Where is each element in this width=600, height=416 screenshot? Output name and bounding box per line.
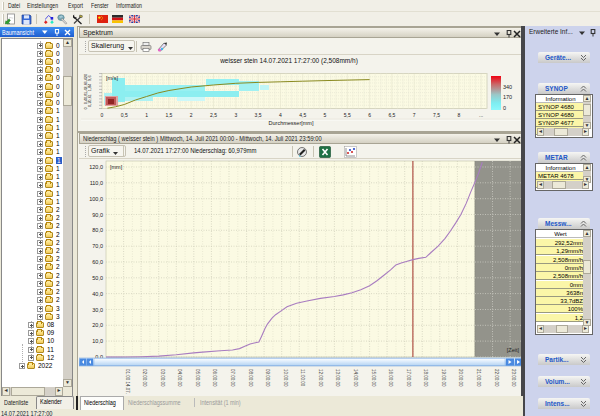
svg-text:1,5: 1,5 xyxy=(165,112,172,118)
svg-text:09:00:00: 09:00:00 xyxy=(265,369,270,387)
svg-text:8: 8 xyxy=(457,112,460,118)
svg-text:60,0: 60,0 xyxy=(92,259,103,265)
svg-text:30,0: 30,0 xyxy=(92,307,103,313)
svg-text:4,5: 4,5 xyxy=(299,112,306,118)
svg-text:11:00:00: 11:00:00 xyxy=(300,369,305,387)
svg-text:80,0: 80,0 xyxy=(92,227,103,233)
svg-text:0: 0 xyxy=(101,112,104,118)
svg-text:10:00:00: 10:00:00 xyxy=(283,369,288,387)
svg-text:16:00:00: 16:00:00 xyxy=(388,369,393,387)
svg-text:23:00:00: 23:00:00 xyxy=(511,369,516,387)
svg-text:10,0: 10,0 xyxy=(92,338,103,344)
svg-text:0: 0 xyxy=(503,105,506,111)
svg-text:100,0: 100,0 xyxy=(89,196,103,202)
svg-text:22:00:00: 22:00:00 xyxy=(494,369,499,387)
svg-text:12:00:00: 12:00:00 xyxy=(318,369,323,387)
svg-text:weisser stein 14.07.2021 17:27: weisser stein 14.07.2021 17:27:00 (2,508… xyxy=(219,57,358,65)
svg-text:70,0: 70,0 xyxy=(92,243,103,249)
svg-text:[mm]: [mm] xyxy=(110,164,123,170)
svg-text:14:00:00: 14:00:00 xyxy=(353,369,358,387)
svg-text:7: 7 xyxy=(413,112,416,118)
svg-text:03:00:00: 03:00:00 xyxy=(160,369,165,387)
svg-text:110,0: 110,0 xyxy=(90,180,103,186)
svg-text:08:00:00: 08:00:00 xyxy=(248,369,253,387)
svg-text:15:00:00: 15:00:00 xyxy=(371,369,376,387)
svg-text:50,0: 50,0 xyxy=(92,275,103,281)
svg-text:5,5: 5,5 xyxy=(344,112,351,118)
svg-text:4: 4 xyxy=(279,112,282,118)
svg-text:340: 340 xyxy=(503,84,512,90)
svg-text:6: 6 xyxy=(368,112,371,118)
svg-text:40,0: 40,0 xyxy=(92,291,103,297)
svg-text:2: 2 xyxy=(190,112,193,118)
svg-text:7,5: 7,5 xyxy=(433,112,440,118)
svg-text:18:00:00: 18:00:00 xyxy=(423,369,428,387)
svg-text:17:00:00: 17:00:00 xyxy=(406,369,411,387)
svg-text:90,0: 90,0 xyxy=(92,212,103,218)
svg-text:06:00:00: 06:00:00 xyxy=(212,369,217,387)
svg-text:[m/s]: [m/s] xyxy=(106,75,118,81)
svg-text:...: ... xyxy=(479,112,483,118)
svg-text:01:00 14.07.: 01:00 14.07. xyxy=(125,369,130,394)
svg-text:05:00:00: 05:00:00 xyxy=(195,369,200,387)
svg-text:2,5: 2,5 xyxy=(210,112,217,118)
svg-text:0,5: 0,5 xyxy=(121,112,128,118)
svg-text:21:00:00: 21:00:00 xyxy=(476,369,481,387)
svg-text:Durchmesser[mm]: Durchmesser[mm] xyxy=(269,120,314,126)
svg-text:04:00:00: 04:00:00 xyxy=(177,369,182,387)
svg-text:20,0: 20,0 xyxy=(92,322,103,328)
svg-text:3,5: 3,5 xyxy=(255,112,262,118)
svg-text:170: 170 xyxy=(503,94,512,100)
svg-text:1: 1 xyxy=(145,112,148,118)
svg-text:19:00:00: 19:00:00 xyxy=(441,369,446,387)
svg-text:02:00:00: 02:00:00 xyxy=(142,369,147,387)
svg-text:3: 3 xyxy=(234,112,237,118)
svg-text:5: 5 xyxy=(324,112,327,118)
svg-text:20: 20 xyxy=(83,73,88,78)
svg-text:[Zeit]: [Zeit] xyxy=(507,347,520,353)
svg-text:07:00:00: 07:00:00 xyxy=(230,369,235,387)
svg-text:13:00:00: 13:00:00 xyxy=(335,369,340,387)
svg-text:120,0: 120,0 xyxy=(89,164,103,170)
svg-text:20:00:00: 20:00:00 xyxy=(458,369,463,387)
svg-text:6,5: 6,5 xyxy=(388,112,395,118)
